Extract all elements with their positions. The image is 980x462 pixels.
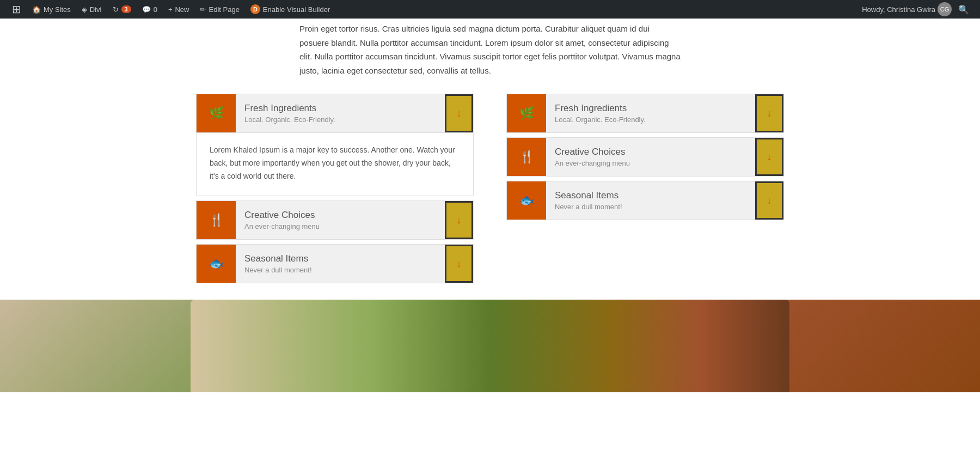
new-menu[interactable]: + New	[163, 0, 195, 19]
seasonal-items-left-icon-box: 🐟	[197, 245, 236, 283]
seasonal-items-right-subtitle: Never a dull moment!	[555, 203, 746, 211]
edit-icon: ✏	[200, 5, 206, 14]
creative-choices-right-toggle[interactable]: ↓	[755, 138, 783, 176]
chevron-down-icon: ↓	[767, 195, 772, 206]
page-content: Proin eget tortor risus. Cras ultricies …	[0, 22, 980, 392]
divi-d-icon: D	[250, 4, 260, 14]
seasonal-items-left-title: Seasonal Items	[244, 253, 436, 264]
chevron-down-icon: ↓	[767, 108, 772, 119]
bottom-image-inner	[191, 300, 789, 392]
creative-choices-right-icon-box: 🍴	[507, 138, 546, 176]
updates-icon: ↻	[113, 5, 119, 14]
fresh-ingredients-right-toggle[interactable]: ↓	[755, 94, 783, 132]
leaf-icon: 🌿	[519, 106, 534, 120]
accordion-item-seasonal-items-left: 🐟 Seasonal Items Never a dull moment! ↓	[196, 244, 474, 283]
creative-choices-right-title: Creative Choices	[555, 147, 746, 157]
fish-icon: 🐟	[209, 257, 224, 271]
accordion-header-seasonal-items-right[interactable]: 🐟 Seasonal Items Never a dull moment! ↓	[507, 181, 783, 220]
wordpress-icon: ⊞	[12, 3, 21, 16]
fresh-ingredients-left-icon-box: 🌿	[197, 94, 236, 132]
accordion-header-creative-choices-left[interactable]: 🍴 Creative Choices An ever-changing menu…	[197, 201, 473, 239]
leaf-icon: 🌿	[209, 106, 224, 120]
accordion-header-seasonal-items-left[interactable]: 🐟 Seasonal Items Never a dull moment! ↓	[197, 245, 473, 283]
seasonal-items-right-toggle[interactable]: ↓	[755, 181, 783, 220]
seasonal-items-left-text: Seasonal Items Never a dull moment!	[236, 248, 445, 279]
seasonal-items-right-text: Seasonal Items Never a dull moment!	[546, 185, 755, 216]
updates-menu[interactable]: ↻ 3	[107, 0, 137, 19]
user-avatar[interactable]: CG	[938, 2, 952, 16]
edit-page-label: Edit Page	[209, 5, 239, 14]
visual-builder-label: Enable Visual Builder	[263, 5, 330, 14]
bottom-image	[0, 300, 980, 392]
intro-text: Proin eget tortor risus. Cras ultricies …	[289, 22, 691, 77]
intro-paragraph: Proin eget tortor risus. Cras ultricies …	[299, 22, 681, 77]
update-badge: 3	[121, 5, 131, 13]
chevron-down-icon: ↓	[457, 215, 462, 226]
fresh-ingredients-right-title: Fresh Ingredients	[555, 103, 746, 114]
accordion-item-creative-choices-right: 🍴 Creative Choices An ever-changing menu…	[506, 137, 784, 177]
my-sites-menu[interactable]: 🏠 My Sites	[27, 0, 76, 19]
fresh-ingredients-left-subtitle: Local. Organic. Eco-Friendly.	[244, 115, 436, 124]
creative-choices-left-icon-box: 🍴	[197, 201, 236, 239]
fresh-ingredients-left-body: Lorem Khaled Ipsum is a major key to suc…	[197, 132, 473, 196]
edit-page-button[interactable]: ✏ Edit Page	[194, 0, 244, 19]
right-accordion-column: 🌿 Fresh Ingredients Local. Organic. Eco-…	[506, 94, 784, 283]
accordion-item-seasonal-items-right: 🐟 Seasonal Items Never a dull moment! ↓	[506, 181, 784, 220]
utensils-icon: 🍴	[519, 150, 534, 164]
chevron-down-icon: ↓	[767, 151, 772, 163]
search-button[interactable]: 🔍	[954, 4, 973, 15]
fresh-ingredients-left-text: Fresh Ingredients Local. Organic. Eco-Fr…	[236, 98, 445, 129]
accordion-grid: 🌿 Fresh Ingredients Local. Organic. Eco-…	[174, 94, 806, 283]
new-label: New	[175, 5, 189, 14]
accordion-item-creative-choices-left: 🍴 Creative Choices An ever-changing menu…	[196, 200, 474, 240]
chevron-down-icon: ↓	[457, 108, 462, 119]
fresh-ingredients-left-toggle[interactable]: ↓	[445, 94, 473, 132]
utensils-icon: 🍴	[209, 213, 224, 227]
fresh-ingredients-right-text: Fresh Ingredients Local. Organic. Eco-Fr…	[546, 98, 755, 129]
fresh-ingredients-right-subtitle: Local. Organic. Eco-Friendly.	[555, 115, 746, 124]
creative-choices-left-text: Creative Choices An ever-changing menu	[236, 204, 445, 236]
creative-choices-left-subtitle: An ever-changing menu	[244, 222, 436, 230]
fish-icon: 🐟	[519, 193, 534, 208]
chevron-down-icon: ↓	[457, 258, 462, 270]
new-icon: +	[168, 5, 173, 14]
accordion-item-fresh-ingredients-left: 🌿 Fresh Ingredients Local. Organic. Eco-…	[196, 94, 474, 196]
left-accordion-column: 🌿 Fresh Ingredients Local. Organic. Eco-…	[196, 94, 474, 283]
divi-label: Divi	[90, 5, 102, 14]
creative-choices-left-toggle[interactable]: ↓	[445, 201, 473, 239]
accordion-header-fresh-ingredients-right[interactable]: 🌿 Fresh Ingredients Local. Organic. Eco-…	[507, 94, 783, 132]
seasonal-items-left-subtitle: Never a dull moment!	[244, 266, 436, 274]
admin-bar: ⊞ 🏠 My Sites ◈ Divi ↻ 3 💬 0 + New ✏ Edit…	[0, 0, 980, 19]
creative-choices-left-title: Creative Choices	[244, 210, 436, 221]
my-sites-icon: 🏠	[32, 5, 41, 14]
enable-visual-builder-button[interactable]: D Enable Visual Builder	[245, 0, 335, 19]
fresh-ingredients-left-body-text: Lorem Khaled Ipsum is a major key to suc…	[210, 144, 460, 183]
divi-icon: ◈	[82, 5, 87, 14]
comments-icon: 💬	[142, 5, 151, 14]
accordion-header-fresh-ingredients-left[interactable]: 🌿 Fresh Ingredients Local. Organic. Eco-…	[197, 94, 473, 132]
my-sites-label: My Sites	[44, 5, 71, 14]
creative-choices-right-subtitle: An ever-changing menu	[555, 159, 746, 167]
comments-count: 0	[154, 5, 157, 14]
comments-menu[interactable]: 💬 0	[137, 0, 163, 19]
accordion-header-creative-choices-right[interactable]: 🍴 Creative Choices An ever-changing menu…	[507, 138, 783, 176]
seasonal-items-right-title: Seasonal Items	[555, 190, 746, 201]
seasonal-items-left-toggle[interactable]: ↓	[445, 245, 473, 283]
accordion-item-fresh-ingredients-right: 🌿 Fresh Ingredients Local. Organic. Eco-…	[506, 94, 784, 133]
wordpress-logo[interactable]: ⊞	[7, 0, 27, 19]
divi-menu[interactable]: ◈ Divi	[76, 0, 107, 19]
creative-choices-right-text: Creative Choices An ever-changing menu	[546, 141, 755, 173]
howdy-text: Howdy, Christina Gwira	[862, 5, 935, 14]
fresh-ingredients-right-icon-box: 🌿	[507, 94, 546, 132]
admin-bar-right: Howdy, Christina Gwira CG 🔍	[862, 2, 973, 16]
fresh-ingredients-left-title: Fresh Ingredients	[244, 103, 436, 114]
seasonal-items-right-icon-box: 🐟	[507, 181, 546, 220]
